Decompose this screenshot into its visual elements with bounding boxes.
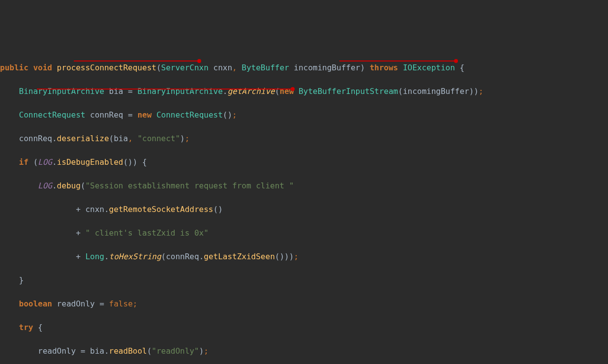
- code-line[interactable]: ConnectRequest connReq = new ConnectRequ…: [0, 109, 608, 121]
- code-line[interactable]: connReq.deserialize(bia, "connect");: [0, 133, 608, 145]
- equals: =: [81, 346, 86, 356]
- code-line[interactable]: if (LOG.isDebugEnabled()) {: [0, 156, 608, 168]
- brace: {: [142, 157, 147, 167]
- paren: (): [223, 110, 232, 120]
- string: "Session establishment request from clie…: [85, 181, 294, 190]
- paren: (: [161, 252, 166, 261]
- method-call: isDebugEnabled: [57, 157, 123, 167]
- type: IOException: [403, 63, 455, 72]
- code-line[interactable]: boolean readOnly = false;: [0, 298, 608, 310]
- paren: (: [81, 181, 86, 190]
- equals: =: [99, 299, 104, 308]
- dot: .: [52, 134, 57, 143]
- dot: .: [52, 157, 57, 167]
- method-name: processConnectRequest: [57, 63, 156, 72]
- paren: ): [360, 63, 365, 72]
- keyword-if: if: [19, 157, 29, 167]
- method-call: debug: [57, 181, 81, 190]
- keyword-boolean: boolean: [19, 299, 52, 308]
- annotation-underline: [339, 61, 456, 61]
- keyword-try: try: [19, 323, 33, 332]
- annotation-underline: [74, 61, 199, 61]
- type: BinaryInputArchive: [137, 87, 222, 96]
- ctor: ConnectRequest: [156, 110, 223, 120]
- code-line[interactable]: + cnxn.getRemoteSocketAddress(): [0, 204, 608, 215]
- equals: =: [128, 87, 133, 96]
- dot: .: [52, 181, 57, 190]
- equals: =: [128, 110, 133, 120]
- obj: connReq: [19, 134, 52, 143]
- literal: false: [109, 299, 133, 308]
- ctor: ByteBufferInputStream: [299, 87, 398, 96]
- brace: {: [38, 323, 43, 332]
- dot: .: [223, 87, 228, 96]
- var: bia: [109, 87, 123, 96]
- code-line[interactable]: readOnly = bia.readBool("readOnly");: [0, 345, 608, 357]
- paren: (: [156, 63, 161, 72]
- obj: bia: [90, 346, 104, 356]
- comma: ,: [128, 134, 133, 143]
- keyword-void: void: [33, 63, 52, 72]
- paren: ()): [123, 157, 137, 167]
- var: readOnly: [38, 346, 76, 356]
- dot: .: [104, 346, 109, 356]
- semi: ;: [479, 87, 484, 96]
- arg: incomingBuffer: [403, 87, 469, 96]
- code-line[interactable]: + " client's lastZxid is 0x": [0, 227, 608, 239]
- method-call: getArchive: [227, 87, 274, 96]
- param: incomingBuffer: [294, 63, 360, 72]
- type: BinaryInputArchive: [19, 87, 104, 96]
- annotation-underline: [37, 89, 293, 90]
- code-line[interactable]: try {: [0, 322, 608, 334]
- semi: ;: [185, 134, 190, 143]
- code-line[interactable]: LOG.debug("Session establishment request…: [0, 180, 608, 192]
- paren: (: [109, 134, 114, 143]
- paren: (: [147, 346, 152, 356]
- type: ByteBuffer: [242, 63, 289, 72]
- method-call: getRemoteSocketAddress: [109, 205, 213, 214]
- paren: (): [213, 205, 223, 214]
- paren: (: [275, 87, 280, 96]
- keyword-public: public: [0, 63, 29, 72]
- semi: ;: [204, 346, 209, 356]
- paren: ): [180, 134, 185, 143]
- string: "connect": [137, 134, 180, 143]
- brace: {: [459, 63, 464, 72]
- code-line[interactable]: }: [0, 274, 608, 286]
- semi: ;: [133, 299, 138, 308]
- semi: ;: [294, 252, 299, 261]
- plus: +: [76, 252, 81, 261]
- var: readOnly: [57, 299, 95, 308]
- keyword-new: new: [137, 110, 152, 120]
- code-editor[interactable]: public void processConnectRequest(Server…: [0, 47, 608, 364]
- arg: bia: [114, 134, 128, 143]
- keyword-throws: throws: [369, 63, 398, 72]
- dot: .: [104, 252, 109, 261]
- comma: ,: [232, 63, 237, 72]
- type: ConnectRequest: [19, 110, 86, 120]
- type: Long: [85, 252, 104, 261]
- code-line[interactable]: BinaryInputArchive bia = BinaryInputArch…: [0, 86, 608, 97]
- paren: )): [469, 87, 479, 96]
- paren: ())): [275, 252, 294, 261]
- plus: +: [76, 205, 81, 214]
- brace: }: [19, 275, 24, 285]
- code-line[interactable]: + Long.toHexString(connReq.getLastZxidSe…: [0, 251, 608, 263]
- string: " client's lastZxid is 0x": [85, 228, 208, 238]
- method-call: readBool: [109, 346, 147, 356]
- type: ServerCnxn: [161, 63, 209, 72]
- method-call: deserialize: [57, 134, 109, 143]
- paren: (: [398, 87, 403, 96]
- arg: connReq: [166, 252, 199, 261]
- code-line[interactable]: public void processConnectRequest(Server…: [0, 62, 608, 74]
- param: cnxn: [213, 63, 233, 72]
- dot: .: [104, 205, 109, 214]
- paren: (: [33, 157, 38, 167]
- var: connReq: [90, 110, 123, 120]
- method-call: toHexString: [109, 252, 161, 261]
- string: "readOnly": [152, 346, 199, 356]
- paren: ): [199, 346, 204, 356]
- field: LOG: [38, 157, 52, 167]
- semi: ;: [232, 110, 237, 120]
- obj: cnxn: [85, 205, 104, 214]
